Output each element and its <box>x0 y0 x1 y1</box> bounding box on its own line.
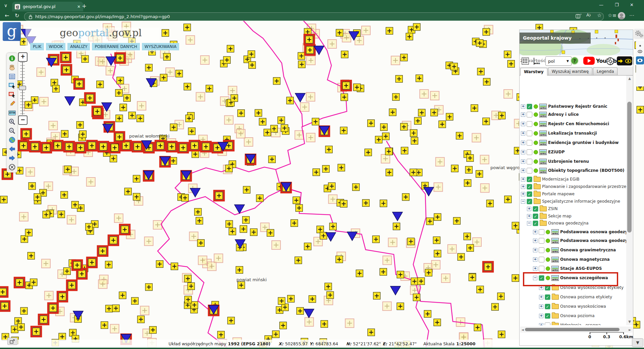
expand-toggle[interactable]: + <box>539 323 543 326</box>
tab-warstwy[interactable]: Warstwy <box>520 68 547 76</box>
youtube-button[interactable]: YouTube <box>583 57 620 65</box>
expand-toggle[interactable]: + <box>521 185 525 189</box>
layer-row-zsin[interactable]: +✓ZSIN <box>527 205 557 212</box>
favorite-star-icon[interactable]: ☆ <box>597 12 601 18</box>
restore-button[interactable]: ❐ <box>615 2 619 7</box>
layer-row-osnowa-szczegółowa[interactable]: −✓wmsOsnowa szczegółowa <box>533 274 608 282</box>
select-rectangle-tool[interactable] <box>8 82 16 89</box>
tab-close-icon[interactable]: ✕ <box>77 4 80 9</box>
zoom-out-tool[interactable] <box>8 127 16 135</box>
menu-item-analizy[interactable]: ANALIZY <box>67 43 90 50</box>
visibility-eye-button[interactable] <box>636 56 644 64</box>
close-button[interactable]: ✕ <box>630 2 634 7</box>
small-eye-icon[interactable] <box>638 50 642 53</box>
contrast-toggle[interactable] <box>617 56 632 65</box>
horizontal-scroll-thumb[interactable] <box>525 328 620 331</box>
layer-row-osnowa-pozioma-etykiety[interactable]: +✓Osnowa pozioma etykiety <box>539 293 612 301</box>
dot-icon[interactable] <box>639 45 641 47</box>
layer-row-ewidencja-gruntów-i-budynków[interactable]: +✓wmsEwidencja gruntów i budynków <box>521 139 619 146</box>
layer-row-uzbrojenie-terenu[interactable]: +✓wmsUzbrojenie terenu <box>521 158 589 165</box>
reload-icon[interactable]: ↻ <box>15 12 19 19</box>
expand-toggle[interactable]: + <box>521 112 525 117</box>
layer-row-osnowa-wysokościowa[interactable]: +✓Osnowa wysokościowa <box>539 303 606 310</box>
expand-toggle[interactable]: − <box>527 221 531 226</box>
layer-checkbox[interactable]: ✓ <box>527 140 532 146</box>
accessibility-wheel-icon[interactable] <box>606 57 614 65</box>
layer-checkbox[interactable]: ✓ <box>545 285 550 291</box>
layer-row-podstawowa-osnowa-geodezyjna-pozioma[interactable]: +✓wmsPodstawowa osnowa geodezyjna poziom… <box>533 228 626 236</box>
expand-toggle[interactable]: + <box>521 122 525 126</box>
profile-avatar[interactable] <box>618 12 625 19</box>
zoom-slider-track[interactable] <box>18 61 27 115</box>
layer-checkbox[interactable]: ✓ <box>533 213 538 219</box>
layer-row-wdrożenia-osnowa[interactable]: +✓Wdrożenia - osnowa <box>539 321 601 325</box>
deselect-rectangle-tool[interactable] <box>8 91 16 98</box>
expand-toggle[interactable]: + <box>533 248 537 252</box>
layer-checkbox[interactable]: ✓ <box>527 191 532 197</box>
menu-item-plik[interactable]: PLIK <box>30 43 44 50</box>
layer-checkbox[interactable]: ✓ <box>527 199 532 204</box>
layer-row-obiekty-topograficzne-bdot500-[interactable]: +✓wmsObiekty topograficzne (BDOT500) <box>521 167 625 174</box>
layer-row-lokalizacja-transakcji[interactable]: +✓wmsLokalizacja transakcji <box>521 130 597 137</box>
expand-toggle[interactable]: + <box>521 168 525 173</box>
layer-row-specjalistyczne-informacje-geodezyjne[interactable]: −✓Specjalistyczne informacje geodezyjne <box>521 198 620 205</box>
layer-checkbox[interactable]: ✓ <box>527 149 532 155</box>
expand-toggle[interactable]: + <box>539 314 543 318</box>
scroll-down-icon[interactable]: ▼ <box>626 320 633 323</box>
expand-toggle[interactable]: + <box>533 239 537 243</box>
menu-item-wyszukiwania[interactable]: WYSZUKIWANIA <box>142 43 179 50</box>
layer-row-planowanie-i-zagospodarowanie-przestrzenne[interactable]: +✓Planowanie i zagospodarowanie przestrz… <box>521 183 626 190</box>
layer-checkbox[interactable]: ✓ <box>539 229 544 235</box>
expand-toggle[interactable]: + <box>539 295 543 299</box>
fullscreen-expand-button[interactable] <box>7 338 17 345</box>
layer-checkbox[interactable]: ✓ <box>527 168 532 173</box>
layer-checkbox[interactable]: ✓ <box>527 184 532 190</box>
panel-collapse-button[interactable]: ▼ <box>632 338 643 347</box>
scroll-up-icon[interactable]: ▲ <box>626 77 633 80</box>
expand-toggle[interactable]: + <box>527 207 531 211</box>
zoom-in-tool[interactable] <box>8 118 16 126</box>
info-tool[interactable]: i <box>8 55 16 62</box>
coordinates-xyh-tool[interactable]: XYH <box>8 109 16 116</box>
expand-toggle[interactable]: + <box>521 104 525 109</box>
layer-row-podstawowa-osnowa-geodezyjna-wysokościowa[interactable]: +✓wmsPodstawowa osnowa geodezyjna wysoko… <box>533 237 626 244</box>
expand-toggle[interactable]: + <box>533 230 537 234</box>
tab-wyszukaj-warstwę[interactable]: Wyszukaj warstwę <box>548 67 592 75</box>
menu-item-widok[interactable]: WIDOK <box>46 43 65 50</box>
layer-checkbox[interactable]: ✓ <box>527 112 532 117</box>
layer-row-stacje-asg-eupos[interactable]: +✓wmsStacje ASG-EUPOS <box>533 265 602 272</box>
layer-checkbox[interactable]: ✓ <box>533 206 538 212</box>
minimize-button[interactable]: — <box>599 2 603 7</box>
settings-ellipsis-icon[interactable]: ⋯ <box>629 12 634 18</box>
layer-checkbox[interactable]: ✓ <box>545 304 550 309</box>
browser-tab[interactable]: g geoportal.gov.pl ✕ <box>12 2 83 11</box>
new-tab-button[interactable]: + <box>82 3 87 9</box>
scroll-left-icon[interactable]: ◄ <box>521 328 524 332</box>
clear-selection-tool[interactable] <box>8 163 16 171</box>
expand-toggle[interactable]: + <box>521 159 525 164</box>
expand-toggle[interactable]: + <box>527 214 531 218</box>
favorites-bar-icon[interactable]: ☆≡ <box>608 12 616 18</box>
layer-row-portale-mapowe[interactable]: +✓Portale mapowe <box>521 190 575 198</box>
layer-checkbox[interactable]: ✓ <box>545 313 550 319</box>
attribute-table-tool[interactable] <box>8 73 16 80</box>
wms-service-icon[interactable]: wms <box>534 58 534 65</box>
settings-gears-icon[interactable] <box>634 29 644 39</box>
expand-toggle[interactable]: + <box>533 266 537 271</box>
expand-toggle[interactable]: + <box>539 286 543 290</box>
geoportal-logo[interactable]: g <box>3 22 21 41</box>
zoom-slider-plus[interactable]: + <box>18 52 28 62</box>
expand-toggle[interactable]: + <box>521 177 525 182</box>
zoom-slider-handle[interactable] <box>19 86 26 90</box>
contents-grid-icon[interactable] <box>522 57 529 65</box>
layer-row-państwowy-rejestr-granic[interactable]: +✓wmsPaństwowy Rejestr Granic <box>521 103 607 110</box>
menu-item-pobieranie-danych[interactable]: POBIERANIE DANYCH <box>92 43 140 50</box>
scroll-right-icon[interactable]: ► <box>629 328 631 332</box>
layer-row-osnowa-magnetyczna[interactable]: +✓wmsOsnowa magnetyczna <box>533 256 610 263</box>
expand-toggle[interactable]: + <box>521 150 525 154</box>
draw-pencil-tool[interactable] <box>8 100 16 107</box>
layer-checkbox[interactable]: ✓ <box>539 238 544 244</box>
layer-row-osnowa-wysokościowa-etykiety[interactable]: +✓Osnowa wysokościowa etykiety <box>539 284 624 291</box>
vertical-scrollbar[interactable]: ▲ ▼ <box>626 76 633 325</box>
layer-checkbox[interactable]: ✓ <box>539 266 544 271</box>
